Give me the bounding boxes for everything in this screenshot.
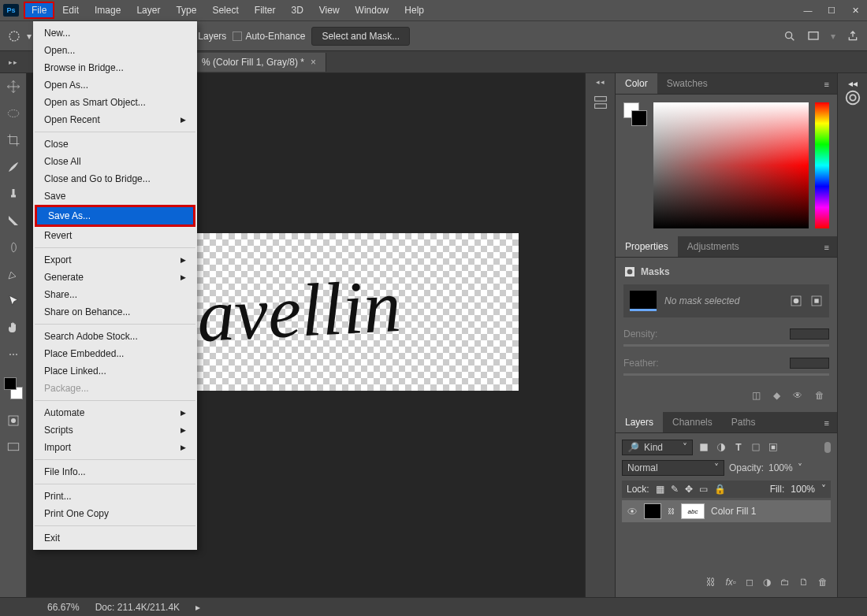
filter-smart-icon[interactable] <box>767 442 780 453</box>
layer-fx-icon[interactable]: fx▫ <box>725 577 736 588</box>
add-mask-icon[interactable]: ◻ <box>746 577 754 588</box>
crop-tool[interactable] <box>5 132 22 149</box>
menu-file[interactable]: File <box>24 2 54 19</box>
new-layer-icon[interactable]: 🗋 <box>799 577 809 588</box>
file-menu-open-as-smart-object[interactable]: Open as Smart Object... <box>33 94 197 111</box>
lock-transparency-icon[interactable]: ▦ <box>656 484 664 495</box>
fill-value[interactable]: 100% <box>791 484 815 495</box>
menu-help[interactable]: Help <box>396 2 432 19</box>
window-maximize[interactable]: ☐ <box>820 2 843 18</box>
history-panel-icon[interactable] <box>592 94 609 111</box>
file-menu-place-linked[interactable]: Place Linked... <box>33 362 197 380</box>
filter-toggle[interactable] <box>824 442 831 453</box>
tab-properties[interactable]: Properties <box>616 236 678 257</box>
workspace-icon[interactable] <box>807 30 820 43</box>
props-panel-menu-icon[interactable]: ≡ <box>817 238 837 257</box>
file-menu-share-on-behance[interactable]: Share on Behance... <box>33 303 197 321</box>
file-menu-open-recent[interactable]: Open Recent▶ <box>33 111 197 128</box>
more-tools[interactable]: ⋯ <box>5 346 22 363</box>
move-tool[interactable] <box>5 78 22 95</box>
file-menu-scripts[interactable]: Scripts▶ <box>33 421 197 439</box>
screen-mode-toggle[interactable] <box>5 439 22 456</box>
document-tab[interactable]: % (Color Fill 1, Gray/8) * × <box>192 53 326 72</box>
lock-pixels-icon[interactable]: ✎ <box>671 484 679 495</box>
pixel-mask-icon[interactable] <box>790 295 802 307</box>
color-fgbg-swatch[interactable] <box>623 102 647 228</box>
creative-cloud-icon[interactable] <box>844 89 861 106</box>
feather-slider[interactable] <box>623 373 829 376</box>
select-and-mask-button[interactable]: Select and Mask... <box>311 27 410 46</box>
status-flyout-icon[interactable]: ▸ <box>195 602 200 613</box>
file-menu-save-as[interactable]: Save As... <box>37 207 193 225</box>
file-menu-file-info[interactable]: File Info... <box>33 463 197 481</box>
filter-shape-icon[interactable] <box>750 442 762 453</box>
stamp-tool[interactable] <box>5 185 22 202</box>
menu-select[interactable]: Select <box>204 2 246 19</box>
lock-all-icon[interactable]: 🔒 <box>714 484 726 495</box>
dodge-tool[interactable] <box>5 239 22 256</box>
file-menu-place-embedded[interactable]: Place Embedded... <box>33 345 197 362</box>
new-fill-adjust-icon[interactable]: ◑ <box>763 577 771 588</box>
file-menu-share[interactable]: Share... <box>33 286 197 303</box>
collapse-dock-icon[interactable]: ◂◂ <box>596 78 605 86</box>
vector-mask-icon[interactable] <box>810 295 823 307</box>
visibility-icon[interactable] <box>627 506 638 517</box>
marquee-tool[interactable] <box>5 105 22 122</box>
tab-swatches[interactable]: Swatches <box>657 73 717 94</box>
file-menu-save[interactable]: Save <box>33 187 197 205</box>
quick-mask-toggle[interactable] <box>5 412 22 429</box>
file-menu-import[interactable]: Import▶ <box>33 439 197 456</box>
tab-paths[interactable]: Paths <box>722 412 765 432</box>
collapse-cc-icon[interactable]: ◂◂ <box>848 78 858 89</box>
lock-artboard-icon[interactable]: ▭ <box>699 484 708 495</box>
path-select-tool[interactable] <box>5 292 22 310</box>
menu-type[interactable]: Type <box>168 2 204 19</box>
new-group-icon[interactable]: 🗀 <box>780 577 790 588</box>
window-minimize[interactable]: — <box>796 2 820 18</box>
file-menu-revert[interactable]: Revert <box>33 227 197 244</box>
tab-adjustments[interactable]: Adjustments <box>678 236 749 257</box>
menu-view[interactable]: View <box>311 2 348 19</box>
tab-color[interactable]: Color <box>616 73 657 94</box>
menu-filter[interactable]: Filter <box>247 2 284 19</box>
share-icon[interactable] <box>847 30 859 43</box>
file-menu-new[interactable]: New... <box>33 24 197 42</box>
window-close[interactable]: ✕ <box>843 2 867 18</box>
expand-tools-icon[interactable]: ▸▸ <box>0 58 27 66</box>
gradient-tool[interactable] <box>5 212 22 229</box>
brush-tool[interactable] <box>5 158 22 176</box>
foreground-background-colors[interactable] <box>2 377 24 399</box>
file-menu-close-all[interactable]: Close All <box>33 153 197 170</box>
pen-tool[interactable] <box>5 265 22 283</box>
menu-image[interactable]: Image <box>87 2 128 19</box>
opacity-value[interactable]: 100% <box>768 462 793 473</box>
tab-layers[interactable]: Layers <box>616 412 663 432</box>
filter-pixel-icon[interactable] <box>698 442 710 453</box>
file-menu-print-one-copy[interactable]: Print One Copy <box>33 505 197 522</box>
delete-layer-icon[interactable]: 🗑 <box>818 577 828 588</box>
disable-mask-icon[interactable]: 👁 <box>793 390 802 401</box>
lock-position-icon[interactable]: ✥ <box>685 484 693 495</box>
layer-name[interactable]: Color Fill 1 <box>711 506 756 517</box>
invert-mask-icon[interactable]: ◆ <box>773 390 780 401</box>
file-menu-open-as[interactable]: Open As... <box>33 76 197 94</box>
file-menu-print[interactable]: Print... <box>33 488 197 505</box>
layers-panel-menu-icon[interactable]: ≡ <box>817 414 837 432</box>
link-layers-icon[interactable]: ⛓ <box>706 577 716 588</box>
tab-channels[interactable]: Channels <box>663 412 722 432</box>
filter-type-icon[interactable]: T <box>732 442 745 453</box>
doc-size[interactable]: Doc: 211.4K/211.4K <box>95 602 180 613</box>
blend-mode-select[interactable]: Normal˅ <box>622 460 724 476</box>
color-panel-menu-icon[interactable]: ≡ <box>817 75 837 94</box>
file-menu-generate[interactable]: Generate▶ <box>33 269 197 286</box>
menu-edit[interactable]: Edit <box>54 2 87 19</box>
filter-adjust-icon[interactable] <box>715 442 727 453</box>
file-menu-exit[interactable]: Exit <box>33 529 197 547</box>
menu-layer[interactable]: Layer <box>128 2 168 19</box>
zoom-level[interactable]: 66.67% <box>47 602 80 613</box>
auto-enhance-checkbox[interactable]: Auto-Enhance <box>233 31 305 42</box>
density-slider[interactable] <box>623 344 829 347</box>
hand-tool[interactable] <box>5 319 22 336</box>
close-tab-icon[interactable]: × <box>311 57 316 68</box>
file-menu-close-and-go-to-bridge[interactable]: Close and Go to Bridge... <box>33 170 197 187</box>
